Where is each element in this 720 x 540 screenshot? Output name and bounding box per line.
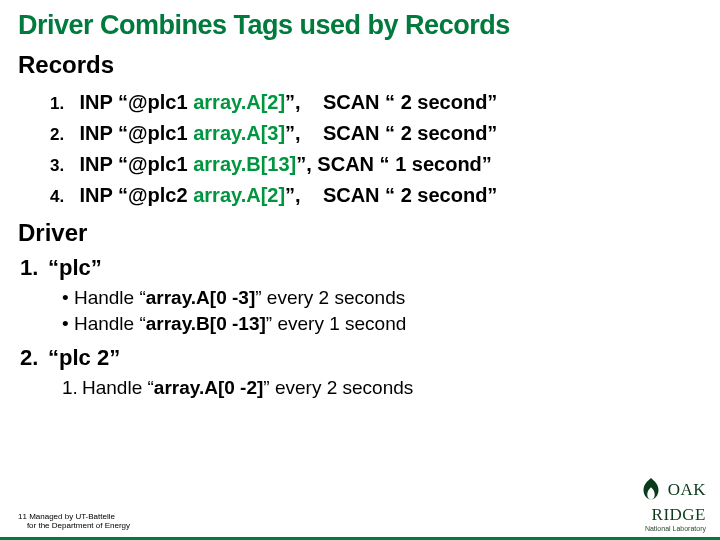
item-array: array.A[3] (193, 122, 285, 144)
sub-pre: Handle “ (82, 377, 154, 398)
records-item: 3. INP “@plc1 array.B[13]”, SCAN “ 1 sec… (50, 149, 702, 180)
item-number: 2. (50, 122, 74, 148)
item-scan: SCAN “ 2 second” (323, 91, 497, 113)
bullet-pre: Handle “ (74, 313, 146, 334)
driver-label: “plc 2” (48, 345, 120, 370)
item-pre: INP “@plc2 (80, 184, 194, 206)
sub-number: 1. (62, 377, 82, 399)
item-array: array.A[2] (193, 184, 285, 206)
item-scan: SCAN “ 2 second” (323, 122, 497, 144)
item-post: ”, (285, 184, 301, 206)
item-number: 1. (50, 91, 74, 117)
slide-title: Driver Combines Tags used by Records (18, 10, 702, 41)
item-array: array.A[2] (193, 91, 285, 113)
sub-array: array.A[0 -2] (154, 377, 263, 398)
bullet-post: ” every 1 second (266, 313, 406, 334)
oak-leaf-icon (636, 476, 666, 506)
item-post: ”, (285, 91, 301, 113)
driver-list: 1.“plc” Handle “array.A[0 -3]” every 2 s… (20, 255, 702, 399)
item-array: array.B[13] (193, 153, 296, 175)
footer-line1: Managed by UT-Battelle (29, 512, 115, 521)
bullet-post: ” every 2 seconds (255, 287, 405, 308)
item-scan: SCAN “ 1 second” (317, 153, 491, 175)
footer: 11 Managed by UT-Battelle for the Depart… (18, 512, 130, 530)
item-pre: INP “@plc1 (80, 91, 194, 113)
bullet-array: array.B[0 -13] (146, 313, 266, 334)
records-heading: Records (18, 51, 702, 79)
records-list: 1. INP “@plc1 array.A[2]”, SCAN “ 2 seco… (50, 87, 702, 211)
item-scan: SCAN “ 2 second” (323, 184, 497, 206)
sub-post: ” every 2 seconds (263, 377, 413, 398)
footer-line2: for the Department of Energy (27, 521, 130, 530)
page-number: 11 (18, 512, 27, 521)
records-item: 1. INP “@plc1 array.A[2]”, SCAN “ 2 seco… (50, 87, 702, 118)
records-item: 4. INP “@plc2 array.A[2]”, SCAN “ 2 seco… (50, 180, 702, 211)
driver-sublist: 1.Handle “array.A[0 -2]” every 2 seconds (62, 377, 702, 399)
records-item: 2. INP “@plc1 array.A[3]”, SCAN “ 2 seco… (50, 118, 702, 149)
bullet-pre: Handle “ (74, 287, 146, 308)
driver-number: 1. (20, 255, 48, 281)
driver-item: 2.“plc 2” 1.Handle “array.A[0 -2]” every… (20, 345, 702, 399)
bullet-array: array.A[0 -3] (146, 287, 255, 308)
driver-label: “plc” (48, 255, 102, 280)
item-number: 3. (50, 153, 74, 179)
driver-number: 2. (20, 345, 48, 371)
sub-item: 1.Handle “array.A[0 -2]” every 2 seconds (62, 377, 702, 399)
driver-item: 1.“plc” Handle “array.A[0 -3]” every 2 s… (20, 255, 702, 335)
item-pre: INP “@plc1 (80, 122, 194, 144)
item-post: ”, (296, 153, 312, 175)
driver-heading: Driver (18, 219, 702, 247)
logo-sub: National Laboratory (636, 525, 706, 532)
logo: OAKRIDGE National Laboratory (636, 476, 706, 532)
item-number: 4. (50, 184, 74, 210)
item-post: ”, (285, 122, 301, 144)
item-pre: INP “@plc1 (80, 153, 194, 175)
bullet-item: Handle “array.A[0 -3]” every 2 seconds (62, 287, 702, 309)
bullet-item: Handle “array.B[0 -13]” every 1 second (62, 313, 702, 335)
driver-bullets: Handle “array.A[0 -3]” every 2 seconds H… (62, 287, 702, 335)
